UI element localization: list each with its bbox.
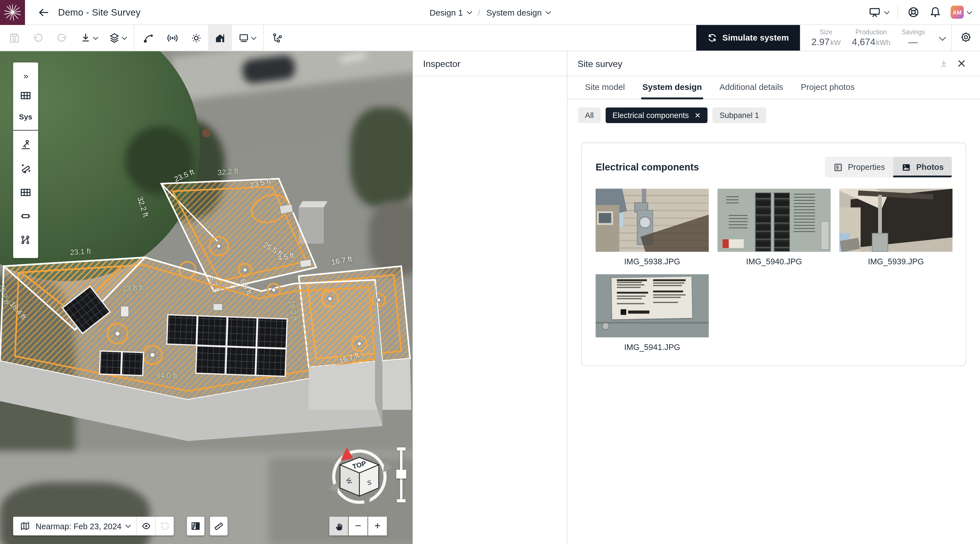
account-menu[interactable]: AM	[950, 6, 971, 19]
chevron-down-icon	[467, 9, 473, 14]
photo-art	[617, 296, 646, 297]
eye-icon	[140, 520, 152, 532]
chevron-down-icon	[546, 9, 551, 14]
wiring-tool[interactable]	[13, 228, 38, 252]
pan-tool-button[interactable]	[329, 517, 348, 536]
photo-art	[653, 290, 683, 293]
panel-grid-tool[interactable]	[13, 84, 38, 108]
breadcrumb: Design 1 / System design	[430, 0, 550, 25]
photo-art	[726, 196, 739, 204]
breadcrumb-separator: /	[478, 8, 480, 17]
close-panel-button[interactable]	[953, 55, 970, 72]
filter-label: Electrical components	[612, 111, 689, 120]
tilt-slider[interactable]	[397, 447, 406, 502]
photo-art	[617, 298, 642, 299]
view-cube[interactable]: TOP W S	[328, 444, 393, 516]
notifications-button[interactable]	[929, 6, 942, 19]
present-button[interactable]	[868, 6, 889, 19]
design-canvas[interactable]: 32.2 ft23.5 ft23.5 ft32.2 ft23.1 ft25.5 …	[0, 51, 412, 544]
inverter-tool[interactable]	[13, 204, 38, 228]
back-button[interactable]	[37, 6, 50, 18]
design-selector[interactable]: Design 1	[430, 8, 472, 17]
bell-icon	[929, 6, 942, 19]
imagery-selector[interactable]: Nearmap: Feb 23, 2024	[13, 517, 137, 536]
mode-selector[interactable]: System design	[486, 8, 550, 17]
stat-label: Production	[856, 28, 887, 36]
project-title: Demo - Site Survey	[58, 7, 140, 17]
rail-divider	[13, 130, 38, 130]
undo-button[interactable]	[26, 25, 50, 51]
display-mode-button[interactable]	[232, 25, 261, 51]
home-view-button[interactable]	[208, 25, 232, 51]
filter-electrical-components[interactable]: Electrical components ✕	[606, 108, 708, 123]
ruler-icon	[213, 520, 224, 532]
layers-button[interactable]	[102, 25, 131, 51]
settings-button[interactable]	[959, 30, 972, 45]
photo-art	[639, 216, 651, 229]
simulate-label: Simulate system	[722, 33, 789, 43]
zoom-out-button[interactable]: −	[349, 517, 368, 536]
chevron-down-icon	[93, 34, 98, 40]
save-button[interactable]	[3, 25, 26, 51]
tab-site-model[interactable]: Site model	[584, 76, 626, 100]
photo-caption: IMG_5939.JPG	[839, 257, 953, 266]
expand-rail-button[interactable]: »	[13, 67, 38, 84]
stat-label: Size	[820, 28, 832, 36]
photo-thumbnail[interactable]	[595, 274, 709, 337]
stringing-tool-button[interactable]	[266, 25, 290, 51]
view-toggle: Properties Photos	[825, 157, 952, 178]
redo-button[interactable]	[50, 25, 74, 51]
design-toolbar: Simulate system Size 2.97kW Production 4…	[0, 25, 980, 51]
starburst-icon	[3, 3, 22, 22]
left-tool-rail: » Sys	[13, 62, 38, 258]
toolbar-right: Simulate system Size 2.97kW Production 4…	[696, 25, 980, 51]
contrast-button[interactable]	[187, 517, 205, 536]
site-survey-title: Site survey	[578, 59, 622, 68]
slider-handle[interactable]	[396, 470, 406, 479]
sun-tool-button[interactable]	[185, 25, 208, 51]
wiring-tools	[264, 25, 293, 51]
tab-additional-details[interactable]: Additional details	[718, 76, 784, 100]
tab-system-design[interactable]: System design	[641, 76, 703, 100]
header-divider	[897, 5, 898, 19]
photo-thumbnail[interactable]	[718, 189, 831, 251]
stat-production: Production 4,674kWh	[852, 28, 891, 48]
marquee-select-button[interactable]	[156, 517, 174, 536]
photo-art	[653, 297, 681, 298]
tab-project-photos[interactable]: Project photos	[800, 76, 856, 100]
measure-tool-button[interactable]	[210, 517, 228, 536]
solar-array[interactable]	[100, 351, 143, 376]
arc-tool-button[interactable]	[137, 25, 161, 51]
filter-subpanel-1[interactable]: Subpanel 1	[713, 108, 766, 123]
photo-thumbnail[interactable]	[839, 189, 953, 251]
design-selector-label: Design 1	[430, 8, 463, 17]
photo-art	[617, 287, 641, 288]
photo-thumbnail[interactable]	[595, 189, 709, 251]
avatar: AM	[950, 6, 964, 19]
irradiance-tool-button[interactable]	[161, 25, 185, 51]
arc-tool-icon	[142, 32, 155, 44]
photo-art	[653, 279, 686, 282]
properties-view-button[interactable]: Properties	[825, 157, 893, 178]
remove-filter-icon[interactable]: ✕	[695, 111, 701, 119]
card-header: Electrical components Properties	[595, 157, 952, 178]
module-grid-tool[interactable]	[13, 181, 38, 205]
site-survey-panel: Site survey Site model System design Add…	[567, 51, 980, 544]
export-button[interactable]	[74, 25, 102, 51]
download-survey-button[interactable]	[935, 55, 953, 72]
walkthrough-tool[interactable]	[13, 133, 38, 157]
simulate-system-button[interactable]: Simulate system	[696, 25, 800, 51]
photo-art	[729, 215, 747, 229]
photo-art	[722, 239, 744, 248]
save-icon	[8, 32, 21, 44]
zoom-in-button[interactable]: +	[368, 517, 387, 536]
help-button[interactable]	[907, 6, 920, 19]
stats-expand-button[interactable]	[934, 25, 951, 51]
visibility-button[interactable]	[137, 517, 155, 536]
auto-fill-tool[interactable]	[13, 157, 38, 181]
aurora-logo[interactable]	[0, 0, 25, 25]
photo-art	[774, 192, 790, 251]
component-icon	[19, 210, 32, 223]
filter-all[interactable]: All	[578, 108, 601, 123]
photos-view-button[interactable]: Photos	[893, 157, 952, 178]
